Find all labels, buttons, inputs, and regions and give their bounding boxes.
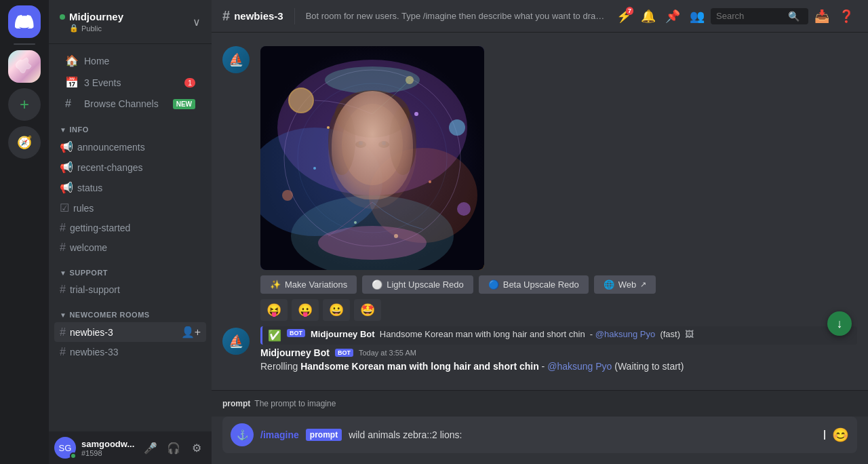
user-discriminator: #1598 [81,449,134,457]
nav-item-events[interactable]: 📅 3 Events 1 [54,72,206,93]
pin-button[interactable]: 📌 [662,5,684,27]
user-controls: 🎤 🎧 ⚙ [141,438,206,457]
reaction-3[interactable]: 🤩 [354,299,381,321]
message-text: Rerolling Handsome Korean man with long … [260,360,857,374]
category-arrow: ▼ [60,126,66,134]
events-badge: 1 [184,78,195,88]
web-icon: 🌐 [604,279,614,290]
server-discover-button[interactable]: 🧭 [8,126,41,159]
member-count: 7 [626,7,633,15]
reaction-1[interactable]: 😛 [292,299,319,321]
category-info[interactable]: ▼ INFO [49,115,212,136]
channel-welcome[interactable]: # welcome [54,238,206,257]
add-member-icon[interactable]: 👤+ [181,326,201,339]
user-status-dot [70,452,77,459]
new-badge: NEW [173,99,195,109]
svg-point-25 [414,112,418,116]
reroll-avatar: ⛵ [222,328,250,355]
emoji-picker-button[interactable]: 😊 [832,427,849,443]
beta-upscale-redo-button[interactable]: 🔵 Beta Upscale Redo [479,275,589,294]
svg-point-18 [328,107,355,175]
server-status: 🔒 Public [60,22,123,33]
chat-input-box: ⚓ /imagine prompt 😊 [222,417,857,453]
server-header-chevron: ∨ [193,16,201,28]
topbar-divider [294,8,295,24]
channel-trial-support[interactable]: # trial-support [54,280,206,299]
channels-list: 🏠 Home 📅 3 Events 1 # Browse Channels NE… [49,44,212,431]
bot-avatar: ⛵ [222,46,250,73]
announce-icon-3: 📢 [60,181,73,194]
hash-icon-5: # [60,346,66,358]
browse-icon: # [65,98,77,110]
channel-getting-started[interactable]: # getting-started [54,218,206,237]
server-icon-midjourney[interactable] [8,50,41,83]
help-button[interactable]: ❓ [835,5,857,27]
topbar-channel-name: newbies-3 [234,10,283,22]
action-buttons: ✨ Make Variations ⚪ Light Upscale Redo 🔵… [260,275,857,294]
hash-icon-3: # [60,284,66,296]
svg-point-23 [382,141,386,145]
bot-image-message: ⛵ [212,43,868,324]
prompt-hint-text: The prompt to imagine [254,399,336,408]
server-header[interactable]: Midjourney 🔒 Public ∨ [49,0,212,44]
ref-text: Midjourney Bot Handsome Korean man with … [311,329,694,339]
web-button[interactable]: 🌐 Web ↗ [594,275,656,294]
light-upscale-redo-button[interactable]: ⚪ Light Upscale Redo [362,275,473,294]
avatar-inner: ⛵ [222,328,250,355]
nav-item-home[interactable]: 🏠 Home [54,50,206,71]
generated-image [260,46,484,270]
reaction-2[interactable]: 😀 [323,299,350,321]
announce-icon: 📢 [60,140,73,153]
category-newcomer[interactable]: ▼ NEWCOMER ROOMS [49,300,212,322]
image-svg [260,46,484,270]
hash-icon-4: # [60,326,66,339]
online-dot [60,14,65,20]
members-button[interactable]: ⚡ 7 [613,5,635,27]
topbar-actions: ⚡ 7 🔔 📌 👥 🔍 📥 ❓ [613,5,857,27]
hash-icon-2: # [60,241,66,254]
ref-image-icon: 🖼 [685,329,694,339]
message-author: Midjourney Bot [260,347,330,358]
channel-newbies-33[interactable]: # newbies-33 [54,343,206,362]
input-avatar: ⚓ [231,423,254,446]
chat-input-area: ⚓ /imagine prompt 😊 [212,417,868,464]
channel-announcements[interactable]: 📢 announcements [54,137,206,157]
chat-input[interactable] [349,429,817,440]
server-divider [14,43,35,45]
notification-button[interactable]: 🔔 [637,5,659,27]
scroll-to-bottom-button[interactable]: ↓ [827,311,852,336]
messages-area[interactable]: ⛵ [212,33,868,390]
member-list-button[interactable]: 👥 [686,5,708,27]
svg-point-26 [313,167,316,170]
category-support[interactable]: ▼ SUPPORT [49,258,212,279]
user-avatar: SG [54,437,76,459]
mute-button[interactable]: 🎤 [141,438,160,457]
server-icon-home[interactable] [8,5,41,38]
prompt-label: prompt [222,399,250,408]
server-add-button[interactable]: + [8,88,41,121]
channel-status[interactable]: 📢 status [54,178,206,197]
reaction-0[interactable]: 😝 [260,299,288,321]
events-icon: 📅 [65,76,77,89]
channel-sidebar: Midjourney 🔒 Public ∨ 🏠 Home 📅 3 Events … [49,0,212,464]
deafen-button[interactable]: 🎧 [164,438,183,457]
server-name: Midjourney [60,11,123,22]
svg-point-29 [394,234,398,238]
user-panel: SG samgoodw... #1598 🎤 🎧 ⚙ [49,431,212,464]
rules-icon: ☑ [60,201,69,214]
variations-icon: ✨ [270,279,281,290]
make-variations-button[interactable]: ✨ Make Variations [260,275,357,294]
search-input[interactable] [716,11,784,21]
svg-point-13 [318,226,427,260]
svg-point-27 [429,180,431,183]
inbox-button[interactable]: 📥 [811,5,833,27]
hash-icon: # [60,222,66,234]
topbar: # newbies-3 Bot room for new users. Type… [212,0,868,33]
param-label: prompt [306,429,342,441]
channel-rules[interactable]: ☑ rules [54,198,206,218]
settings-button[interactable]: ⚙ [187,438,206,457]
svg-point-15 [328,94,416,209]
nav-item-browse[interactable]: # Browse Channels NEW [54,94,206,114]
channel-newbies-3[interactable]: # newbies-3 👤+ [54,322,206,342]
channel-recent-changes[interactable]: 📢 recent-changes [54,157,206,177]
